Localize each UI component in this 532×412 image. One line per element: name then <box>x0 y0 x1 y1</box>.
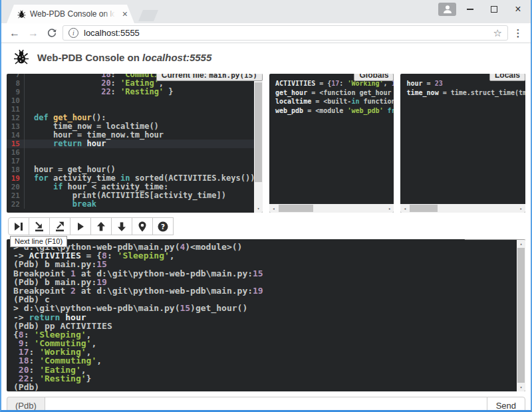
console-line: 22: 'Resting'} <box>13 374 517 383</box>
code-line: 10 <box>7 96 254 105</box>
forward-button[interactable]: → <box>25 25 41 41</box>
back-button[interactable]: ← <box>7 25 23 41</box>
person-icon <box>442 5 453 14</box>
close-icon: × <box>515 6 521 13</box>
locals-badge: Locals <box>489 74 525 81</box>
maximize-icon <box>491 6 497 13</box>
scroll-thumb[interactable] <box>410 205 437 212</box>
page-title: Web-PDB Console on localhost:5555 <box>37 52 211 63</box>
console-line: (Pdb) <box>13 383 517 391</box>
scroll-thumb[interactable] <box>255 82 262 182</box>
url-text: localhost:5555 <box>84 28 140 38</box>
tab-title: Web-PDB Console on loc <box>30 9 115 19</box>
scroll-up-icon[interactable]: ▴ <box>517 239 525 248</box>
svg-text:?: ? <box>161 222 165 230</box>
return-button[interactable] <box>49 217 70 235</box>
code-scrollbar[interactable]: ▴ ▾ <box>254 74 263 213</box>
address-bar: ← → i localhost:5555 ☆ ⋮ <box>1 23 531 43</box>
web-pdb-page: Web-PDB Console on localhost:5555 Curren… <box>1 43 531 412</box>
reload-icon <box>47 28 57 39</box>
current-file-badge: Current file: main.py(15) <box>156 74 263 81</box>
pdb-command-input[interactable] <box>45 397 487 412</box>
help-button[interactable]: ? <box>152 217 174 235</box>
scroll-right-icon[interactable]: ▸ <box>517 204 525 213</box>
globals-line: web_pdb = <module 'web_pdb' from 'd:\git… <box>275 106 394 116</box>
console-line: > d:\git\python-web-pdb\main.py(15)get_h… <box>13 304 517 312</box>
scroll-thumb[interactable] <box>279 205 314 212</box>
scroll-left-icon[interactable]: ◂ <box>400 204 409 213</box>
scroll-down-icon[interactable]: ▾ <box>517 383 525 391</box>
close-button[interactable]: × <box>508 2 528 17</box>
location-pin-icon <box>136 221 148 233</box>
send-button[interactable]: Send <box>487 397 525 412</box>
back-icon: ← <box>9 27 20 39</box>
minimize-button[interactable] <box>460 2 480 17</box>
profile-button[interactable] <box>438 3 456 16</box>
maximize-button[interactable] <box>484 2 504 17</box>
forward-icon: → <box>28 27 39 39</box>
minimize-icon <box>467 9 473 10</box>
globals-panel: Globals ACTIVITIES = {17: 'Working', 18:… <box>269 74 394 213</box>
where-button[interactable] <box>132 217 153 235</box>
code-line: 15 return hour <box>7 140 254 148</box>
stack-up-button[interactable] <box>90 217 112 235</box>
code-panel: Current file: main.py(15) 7 18: 'Commuti… <box>7 74 263 213</box>
scroll-right-icon[interactable]: ▸ <box>385 204 394 213</box>
tab-title-fade <box>103 5 115 23</box>
browser-menu-button[interactable]: ⋮ <box>511 26 525 41</box>
browser-window: Web-PDB Console on loc × × ← → i localho… <box>0 0 532 412</box>
bug-favicon-icon <box>17 10 26 19</box>
code-line: 16 <box>7 148 254 157</box>
pdb-prompt-label: (Pdb) <box>7 397 45 412</box>
bug-logo-icon <box>13 49 29 65</box>
pdb-console-badge: PDB Console <box>464 239 525 240</box>
console-line: 18: 'Commuting', <box>13 356 517 365</box>
arrow-up-icon <box>95 221 107 233</box>
kebab-menu-icon: ⋮ <box>513 27 523 39</box>
help-icon: ? <box>157 221 169 233</box>
next-line-button[interactable] <box>8 217 29 235</box>
locals-panel: Locals hour = 23time_now = time.struct_t… <box>400 74 525 213</box>
stack-down-button[interactable] <box>111 217 132 235</box>
tooltip: Next line (F10) <box>10 236 67 247</box>
step-into-button[interactable] <box>29 217 50 235</box>
code-line: 9 22: 'Resting' } <box>7 88 254 96</box>
bookmark-star-icon[interactable]: ☆ <box>493 27 502 39</box>
command-input-row: (Pdb) Send <box>7 397 525 412</box>
console-line: Breakpoint 2 at d:\git\python-web-pdb\ma… <box>13 286 517 295</box>
scroll-down-icon[interactable]: ▾ <box>254 204 263 213</box>
top-panels-row: Current file: main.py(15) 7 18: 'Commuti… <box>7 74 525 213</box>
return-icon <box>54 221 66 233</box>
browser-tab[interactable]: Web-PDB Console on loc × <box>7 5 134 23</box>
app-header: Web-PDB Console on localhost:5555 <box>7 43 525 68</box>
continue-icon <box>74 221 86 233</box>
tab-close-icon[interactable]: × <box>122 9 128 19</box>
debug-toolbar: ? Next line (F10) <box>8 217 525 235</box>
scroll-thumb[interactable] <box>517 248 525 383</box>
step-into-icon <box>33 221 45 233</box>
code-line: 22 break <box>7 200 254 209</box>
console-scrollbar[interactable]: ▴ ▾ <box>517 239 525 391</box>
locals-line: time_now = time.struct_time(tm_year=2017 <box>406 88 525 98</box>
code-listing: 7 18: 'Commuting',8 20: 'Eating',9 22: '… <box>7 74 254 209</box>
arrow-down-icon <box>116 221 128 233</box>
browser-titlebar: Web-PDB Console on loc × × <box>1 0 531 23</box>
pdb-console-panel: PDB Console > d:\git\python-web-pdb\main… <box>7 239 525 391</box>
scroll-left-icon[interactable]: ◂ <box>269 204 278 213</box>
reload-button[interactable] <box>44 25 60 41</box>
window-controls: × <box>438 2 528 17</box>
globals-badge: Globals <box>354 74 394 81</box>
url-bar[interactable]: i localhost:5555 ☆ <box>63 25 508 41</box>
info-icon[interactable]: i <box>68 28 78 38</box>
globals-line: get_hour = <function get_hour at 0x00000… <box>275 88 394 98</box>
console-output: > d:\git\python-web-pdb\main.py(4)<modul… <box>7 239 517 391</box>
globals-scrollbar[interactable]: ◂ ▸ <box>269 204 394 213</box>
new-tab-button[interactable] <box>138 10 158 21</box>
continue-button[interactable] <box>70 217 91 235</box>
next-line-icon <box>13 221 25 233</box>
globals-line: localtime = <built-in function localtime… <box>275 97 394 106</box>
locals-scrollbar[interactable]: ◂ ▸ <box>400 204 525 213</box>
